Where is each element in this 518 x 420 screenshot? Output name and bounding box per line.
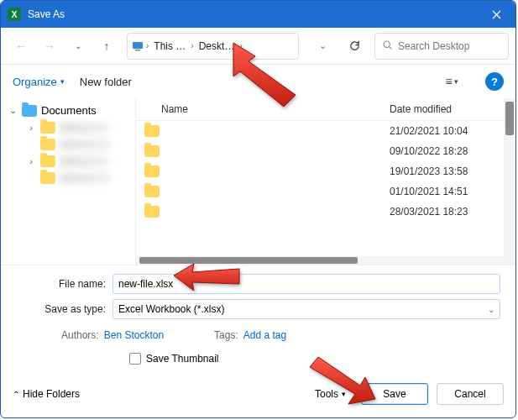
search-box[interactable] [374,33,509,60]
toolbar: Organize▾ New folder ≡ ▾ ? [1,65,515,98]
caret-right-icon: › [26,156,36,166]
saveastype-dropdown[interactable]: Excel Workbook (*.xlsx) ⌄ [112,299,500,319]
tree-label [60,156,110,166]
search-input[interactable] [398,40,501,52]
tree-node[interactable]: › [21,119,133,136]
tree-node[interactable]: › [21,170,133,186]
tree-label [60,123,110,133]
hide-folders-toggle[interactable]: ⌃Hide Folders [13,388,80,400]
folder-icon [144,165,160,177]
scrollbar-thumb[interactable] [139,257,358,264]
address-bar[interactable]: › This … › Deskt… › [127,33,299,60]
tree-node-documents[interactable]: ⌄ Documents [3,102,133,119]
authors-label: Authors: [61,329,99,341]
window-title: Save As [28,8,477,20]
folder-icon [40,155,55,167]
tree-node[interactable]: › [21,136,133,153]
chevron-down-icon: ▾ [60,77,65,86]
list-item[interactable]: 19/01/2023 13:58 [136,161,515,181]
excel-icon: X [8,8,21,21]
column-header-name[interactable]: Name [144,103,390,115]
cancel-button[interactable]: Cancel [437,383,504,405]
chevron-up-icon: ⌃ [13,390,19,399]
help-button[interactable]: ? [485,72,504,91]
svg-point-2 [384,41,390,47]
folder-icon [144,206,160,218]
folder-icon [40,139,55,150]
chevron-down-icon: ⌄ [488,305,494,314]
file-list-pane: Name Date modified 21/02/2021 10:04 09/1… [135,98,515,265]
address-history-dropdown[interactable]: ⌄ [309,33,336,60]
tree-label [60,139,110,150]
chevron-right-icon: › [238,41,243,50]
save-as-dialog: X Save As ← → ⌄ ↑ › This … › Deskt… › ⌄ [0,0,516,418]
titlebar: X Save As [1,1,515,28]
file-list[interactable]: 21/02/2021 10:04 09/10/2022 18:28 19/01/… [136,121,515,222]
filename-label: File name: [16,278,112,290]
tools-menu[interactable]: Tools▾ [315,388,346,400]
recent-dropdown[interactable]: ⌄ [65,33,92,60]
folder-icon [40,122,55,134]
chevron-right-icon: › [189,41,195,50]
crumb-desktop[interactable]: Deskt… [196,36,238,56]
close-icon [492,10,501,19]
scrollbar-thumb[interactable] [505,102,514,135]
caret-right-icon: › [26,123,36,133]
vertical-scrollbar[interactable] [504,98,515,265]
svg-rect-0 [133,42,143,49]
horizontal-scrollbar[interactable] [136,256,504,265]
folder-icon [144,145,160,157]
saveastype-label: Save as type: [16,303,112,315]
save-thumbnail-checkbox[interactable] [129,353,141,365]
caret-down-icon: ⌄ [8,105,18,116]
form-area: File name: Save as type: Excel Workbook … [1,265,515,376]
column-header-date[interactable]: Date modified [390,103,507,115]
new-folder-button[interactable]: New folder [80,76,132,88]
chevron-down-icon: ▾ [342,390,346,398]
folder-tree[interactable]: ⌄ Documents › › › › [1,98,135,265]
organize-menu[interactable]: Organize▾ [13,76,65,88]
nav-row: ← → ⌄ ↑ › This … › Deskt… › ⌄ [1,28,515,65]
file-list-header: Name Date modified [136,98,515,121]
list-item[interactable]: 28/03/2021 18:23 [136,202,515,222]
main-area: ⌄ Documents › › › › Name Date modified 2… [1,98,515,265]
tree-label [60,173,110,183]
chevron-right-icon: › [144,41,150,50]
tags-value[interactable]: Add a tag [243,329,286,341]
back-button[interactable]: ← [8,33,34,60]
tree-label: Documents [41,104,97,117]
up-button[interactable]: ↑ [93,33,120,60]
folder-icon [40,172,55,184]
refresh-icon [348,39,361,52]
refresh-button[interactable] [341,33,368,60]
save-thumbnail-label: Save Thumbnail [146,353,219,365]
list-item[interactable]: 21/02/2021 10:04 [136,121,515,141]
folder-icon [144,125,160,137]
search-icon [382,39,393,53]
crumb-this-pc[interactable]: This … [150,36,189,56]
authors-value[interactable]: Ben Stockton [104,329,164,341]
this-pc-icon [131,39,144,53]
view-options-button[interactable]: ≡ ▾ [440,70,463,93]
list-item[interactable]: 09/10/2022 18:28 [136,141,515,161]
footer: ⌃Hide Folders Tools▾ Save Cancel [1,376,515,412]
folder-icon [144,186,160,197]
tree-node[interactable]: › [21,153,133,170]
save-button[interactable]: Save [361,383,428,405]
list-item[interactable]: 01/10/2021 14:51 [136,181,515,202]
forward-button[interactable]: → [36,33,63,60]
filename-input[interactable] [112,274,500,294]
tags-label: Tags: [214,329,238,341]
folder-icon [22,105,37,117]
close-button[interactable] [477,1,515,28]
svg-rect-1 [135,50,140,51]
